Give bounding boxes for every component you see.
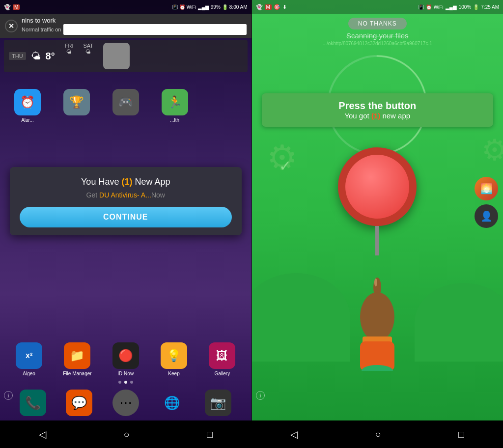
app-game[interactable]: 🎮 [103,89,148,123]
no-thanks-button[interactable]: NO THANKS [348,18,407,29]
app-id-now[interactable]: 🔴 ID Now [102,342,150,376]
right-battery-percent: 100% [459,4,472,10]
dock-messages[interactable]: 💬 [66,390,92,416]
weather-sun-icon: 🌤 [31,51,41,62]
app-runner[interactable]: 🏃 ...lth [152,89,197,123]
right-recent-button[interactable]: □ [450,425,472,444]
notif-close-button[interactable]: ✕ [5,20,18,32]
clock-icon: ⏰ [179,4,185,10]
weather-forecast: FRI 🌤 SAT 🌤 [65,43,130,69]
right-gmail-icon: M [265,4,272,10]
right-info-badge[interactable]: ℹ [256,391,265,400]
right-clock-icon: ⏰ [426,4,432,10]
app-keep[interactable]: 💡 Keep [150,342,198,376]
app-alarm-label: Alar... [21,117,34,123]
app-algeo[interactable]: x² Algeo [5,342,53,376]
app-dock: 📞 💬 ⋯ 🌐 📷 [0,388,252,418]
notif-text: nins to work [22,17,247,24]
notif-subtext: Normal traffic on [22,27,61,32]
right-battery-icon: 🔋 [473,4,479,10]
sat-icon: 🌤 [83,49,93,55]
app-file-manager[interactable]: 📁 File Manager [53,342,101,376]
trophy-icon: 🏆 [63,89,90,115]
hand-svg [348,273,407,371]
weather-fri: FRI 🌤 [65,43,74,69]
fri-icon: 🌤 [65,49,74,55]
page-dots [0,381,252,384]
right-status-icons: 👻 M 🎯 ⬇ [256,4,287,10]
profile-2: 👤 [475,204,498,228]
dock-apps[interactable]: ⋯ [112,390,139,416]
hill-left [252,273,350,362]
weather-sat: SAT 🌤 [83,43,93,69]
wifi-icon: WiFi [187,4,196,10]
continue-button[interactable]: CONTINUE [20,207,232,227]
right-back-button[interactable]: ◁ [282,424,306,444]
dot-1 [118,381,121,384]
algeo-icon: x² [16,342,42,369]
notification-bar: ✕ nins to work Normal traffic on [0,14,252,38]
left-home-button[interactable]: ○ [115,425,137,444]
keep-label: Keep [168,371,179,376]
game-icon: 🎮 [112,89,139,115]
weather-current-day: THU [9,52,26,60]
dot-3 [130,381,133,384]
gmail-icon: M [13,4,20,10]
app-runner-label: ...lth [170,117,179,123]
dock-camera[interactable]: 📷 [205,390,231,416]
battery-icon: 🔋 [222,4,228,10]
right-target-icon: 🎯 [274,4,280,10]
close-icon: ✕ [8,22,14,30]
gallery-label: Gallery [215,371,230,376]
dock-chrome[interactable]: 🌐 [159,390,185,416]
file-manager-icon: 📁 [64,342,90,369]
left-status-bar: 👻 M 📳 ⏰ WiFi ▂▄▆ 99% 🔋 8:00 AM [0,0,252,14]
press-button-banner[interactable]: Press the button You got (1) new app [262,93,494,127]
profile-1: 🌅 [475,177,498,200]
weather-temperature: 8° [46,51,55,62]
right-nav: ◁ ○ □ [252,420,503,448]
app-trophy[interactable]: 🏆 [54,89,99,123]
left-status-right: 📳 ⏰ WiFi ▂▄▆ 99% 🔋 8:00 AM [172,4,248,10]
gear-right-icon: ⚙ [481,133,503,167]
app-gallery[interactable]: 🖼 Gallery [198,342,246,376]
right-time: 7:25 AM [481,4,499,10]
file-manager-label: File Manager [63,371,91,376]
left-back-button[interactable]: ◁ [31,424,54,444]
check-icon: ✓ [279,157,291,174]
right-screen: ⚙ ✓ ⚙ 👻 M 🎯 ⬇ 📳 ⏰ WiFi ▂▄▆ 100% 🔋 7:25 A… [252,0,503,420]
app-alarm[interactable]: ⏰ Alar... [5,89,50,123]
hand-pointing [348,273,407,381]
alarm-icon: ⏰ [14,89,41,115]
right-home-button[interactable]: ○ [367,425,389,444]
algeo-label: Algeo [23,371,35,376]
right-download-icon: ⬇ [282,4,287,10]
big-red-button[interactable] [338,147,417,255]
bottom-navigation: ◁ ○ □ ◁ ○ □ [0,420,503,448]
dot-2 [124,381,127,384]
svg-point-7 [374,279,377,286]
right-signal-icon: ▂▄▆ [446,4,457,10]
popup-title: You Have (1) New App [20,177,232,187]
left-time: 8:00 AM [229,4,248,10]
svg-point-3 [360,292,394,341]
top-app-grid: ⏰ Alar... 🏆 🎮 🏃 ...lth [0,74,252,128]
press-button-subtitle: You got (1) new app [272,112,484,120]
right-status-bar: 👻 M 🎯 ⬇ 📳 ⏰ WiFi ▂▄▆ 100% 🔋 7:25 AM [252,0,503,14]
left-nav: ◁ ○ □ [0,420,252,448]
right-wifi-icon: WiFi [434,4,444,10]
press-button-title: Press the button [272,100,484,112]
left-recent-button[interactable]: □ [199,425,221,444]
scanning-path: .../okhttp/807694012c32dd1260a6cbf9a9607… [252,41,503,46]
gallery-icon: 🖼 [209,342,235,369]
dock-phone[interactable]: 📞 [20,390,46,416]
hill-right [415,283,503,362]
right-snapchat-icon: 👻 [256,4,263,10]
vibrate-icon: 📳 [172,4,178,10]
left-info-badge[interactable]: ℹ [4,391,13,400]
weather-photo [103,43,130,69]
notif-input-field[interactable] [63,24,247,35]
scanning-text: Scanning your files [252,31,503,40]
red-button-inner [345,155,409,219]
id-now-label: ID Now [117,371,134,376]
